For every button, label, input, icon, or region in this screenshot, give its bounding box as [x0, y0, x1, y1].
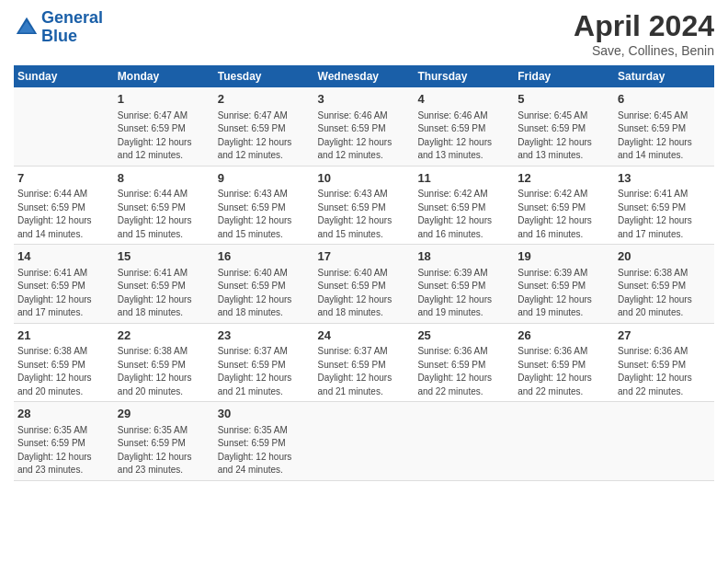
- calendar-cell: 2Sunrise: 6:47 AM Sunset: 6:59 PM Daylig…: [214, 87, 314, 166]
- weekday-header-sunday: Sunday: [14, 65, 114, 87]
- calendar-cell: [614, 402, 714, 481]
- day-info: Sunrise: 6:36 AM Sunset: 6:59 PM Dayligh…: [417, 346, 492, 396]
- day-info: Sunrise: 6:44 AM Sunset: 6:59 PM Dayligh…: [118, 189, 192, 239]
- day-info: Sunrise: 6:41 AM Sunset: 6:59 PM Dayligh…: [618, 189, 692, 239]
- day-info: Sunrise: 6:42 AM Sunset: 6:59 PM Dayligh…: [417, 189, 492, 239]
- weekday-header-tuesday: Tuesday: [214, 65, 314, 87]
- title-block: April 2024 Save, Collines, Benin: [574, 9, 714, 58]
- calendar-cell: [514, 402, 614, 481]
- day-number: 21: [17, 327, 110, 344]
- calendar-cell: 6Sunrise: 6:45 AM Sunset: 6:59 PM Daylig…: [614, 87, 714, 166]
- calendar-cell: 18Sunrise: 6:39 AM Sunset: 6:59 PM Dayli…: [414, 245, 514, 324]
- calendar-week-3: 14Sunrise: 6:41 AM Sunset: 6:59 PM Dayli…: [14, 245, 714, 324]
- calendar-cell: 16Sunrise: 6:40 AM Sunset: 6:59 PM Dayli…: [214, 245, 314, 324]
- day-number: 3: [318, 91, 411, 108]
- day-info: Sunrise: 6:39 AM Sunset: 6:59 PM Dayligh…: [518, 268, 592, 318]
- day-info: Sunrise: 6:38 AM Sunset: 6:59 PM Dayligh…: [118, 346, 192, 396]
- weekday-header-monday: Monday: [114, 65, 214, 87]
- calendar-body: 1Sunrise: 6:47 AM Sunset: 6:59 PM Daylig…: [14, 87, 714, 480]
- day-number: 10: [318, 170, 411, 187]
- day-number: 26: [518, 327, 610, 344]
- calendar-cell: 11Sunrise: 6:42 AM Sunset: 6:59 PM Dayli…: [414, 166, 514, 245]
- calendar-cell: 7Sunrise: 6:44 AM Sunset: 6:59 PM Daylig…: [14, 166, 114, 245]
- day-number: 15: [118, 248, 210, 265]
- calendar-cell: 23Sunrise: 6:37 AM Sunset: 6:59 PM Dayli…: [214, 323, 314, 402]
- calendar-cell: 27Sunrise: 6:36 AM Sunset: 6:59 PM Dayli…: [614, 323, 714, 402]
- day-number: 27: [618, 327, 711, 344]
- logo-text: General Blue: [41, 9, 103, 46]
- calendar-cell: 15Sunrise: 6:41 AM Sunset: 6:59 PM Dayli…: [114, 245, 214, 324]
- day-info: Sunrise: 6:45 AM Sunset: 6:59 PM Dayligh…: [518, 110, 592, 161]
- day-number: 13: [618, 170, 711, 187]
- day-info: Sunrise: 6:43 AM Sunset: 6:59 PM Dayligh…: [218, 189, 292, 239]
- calendar-cell: 22Sunrise: 6:38 AM Sunset: 6:59 PM Dayli…: [114, 323, 214, 402]
- day-number: 2: [218, 91, 311, 108]
- day-number: 14: [17, 248, 110, 265]
- calendar-cell: 10Sunrise: 6:43 AM Sunset: 6:59 PM Dayli…: [314, 166, 415, 245]
- calendar-cell: 12Sunrise: 6:42 AM Sunset: 6:59 PM Dayli…: [514, 166, 614, 245]
- weekday-header-thursday: Thursday: [414, 65, 514, 87]
- day-info: Sunrise: 6:35 AM Sunset: 6:59 PM Dayligh…: [17, 425, 92, 476]
- calendar-cell: 14Sunrise: 6:41 AM Sunset: 6:59 PM Dayli…: [14, 245, 114, 324]
- day-number: 6: [618, 91, 711, 108]
- weekday-header-row: SundayMondayTuesdayWednesdayThursdayFrid…: [14, 65, 714, 87]
- weekday-header-saturday: Saturday: [614, 65, 714, 87]
- calendar-cell: 17Sunrise: 6:40 AM Sunset: 6:59 PM Dayli…: [314, 245, 415, 324]
- calendar-cell: 21Sunrise: 6:38 AM Sunset: 6:59 PM Dayli…: [14, 323, 114, 402]
- page-container: General Blue April 2024 Save, Collines, …: [0, 0, 728, 490]
- calendar-cell: 24Sunrise: 6:37 AM Sunset: 6:59 PM Dayli…: [314, 323, 415, 402]
- day-info: Sunrise: 6:47 AM Sunset: 6:59 PM Dayligh…: [218, 110, 292, 161]
- logo-icon: [14, 15, 40, 40]
- day-info: Sunrise: 6:46 AM Sunset: 6:59 PM Dayligh…: [417, 110, 492, 161]
- calendar-cell: 29Sunrise: 6:35 AM Sunset: 6:59 PM Dayli…: [114, 402, 214, 481]
- day-number: 28: [17, 406, 110, 422]
- calendar-cell: 4Sunrise: 6:46 AM Sunset: 6:59 PM Daylig…: [414, 87, 514, 166]
- day-info: Sunrise: 6:42 AM Sunset: 6:59 PM Dayligh…: [518, 189, 592, 239]
- day-number: 25: [417, 327, 510, 344]
- day-number: 12: [518, 170, 610, 187]
- calendar-week-5: 28Sunrise: 6:35 AM Sunset: 6:59 PM Dayli…: [14, 402, 714, 481]
- day-info: Sunrise: 6:35 AM Sunset: 6:59 PM Dayligh…: [218, 425, 292, 476]
- day-info: Sunrise: 6:43 AM Sunset: 6:59 PM Dayligh…: [318, 189, 392, 239]
- day-number: 8: [118, 170, 210, 187]
- day-number: 29: [118, 406, 210, 422]
- day-number: 17: [318, 248, 411, 265]
- day-number: 20: [618, 248, 711, 265]
- day-info: Sunrise: 6:37 AM Sunset: 6:59 PM Dayligh…: [218, 346, 292, 396]
- calendar-cell: 28Sunrise: 6:35 AM Sunset: 6:59 PM Dayli…: [14, 402, 114, 481]
- calendar-cell: 26Sunrise: 6:36 AM Sunset: 6:59 PM Dayli…: [514, 323, 614, 402]
- day-info: Sunrise: 6:37 AM Sunset: 6:59 PM Dayligh…: [318, 346, 392, 396]
- page-header: General Blue April 2024 Save, Collines, …: [14, 9, 714, 58]
- day-info: Sunrise: 6:40 AM Sunset: 6:59 PM Dayligh…: [318, 268, 392, 318]
- weekday-header-wednesday: Wednesday: [314, 65, 415, 87]
- day-info: Sunrise: 6:38 AM Sunset: 6:59 PM Dayligh…: [17, 346, 92, 396]
- day-number: 1: [118, 91, 210, 108]
- calendar-week-1: 1Sunrise: 6:47 AM Sunset: 6:59 PM Daylig…: [14, 87, 714, 166]
- day-number: 9: [218, 170, 311, 187]
- day-info: Sunrise: 6:38 AM Sunset: 6:59 PM Dayligh…: [618, 268, 692, 318]
- day-number: 24: [318, 327, 411, 344]
- calendar-cell: 8Sunrise: 6:44 AM Sunset: 6:59 PM Daylig…: [114, 166, 214, 245]
- day-number: 16: [218, 248, 311, 265]
- day-number: 22: [118, 327, 210, 344]
- day-info: Sunrise: 6:41 AM Sunset: 6:59 PM Dayligh…: [118, 268, 192, 318]
- calendar-cell: [314, 402, 415, 481]
- calendar-cell: 20Sunrise: 6:38 AM Sunset: 6:59 PM Dayli…: [614, 245, 714, 324]
- weekday-header-friday: Friday: [514, 65, 614, 87]
- day-number: 18: [417, 248, 510, 265]
- calendar-table: SundayMondayTuesdayWednesdayThursdayFrid…: [14, 65, 714, 481]
- day-info: Sunrise: 6:45 AM Sunset: 6:59 PM Dayligh…: [618, 110, 692, 161]
- day-number: 7: [17, 170, 110, 187]
- month-title: April 2024: [574, 9, 714, 43]
- location: Save, Collines, Benin: [574, 43, 714, 58]
- day-number: 19: [518, 248, 610, 265]
- calendar-cell: 3Sunrise: 6:46 AM Sunset: 6:59 PM Daylig…: [314, 87, 415, 166]
- logo-line1: General: [41, 8, 103, 27]
- day-info: Sunrise: 6:40 AM Sunset: 6:59 PM Dayligh…: [218, 268, 292, 318]
- day-number: 30: [218, 406, 311, 422]
- day-info: Sunrise: 6:35 AM Sunset: 6:59 PM Dayligh…: [118, 425, 192, 476]
- day-number: 5: [518, 91, 610, 108]
- calendar-week-2: 7Sunrise: 6:44 AM Sunset: 6:59 PM Daylig…: [14, 166, 714, 245]
- day-info: Sunrise: 6:36 AM Sunset: 6:59 PM Dayligh…: [618, 346, 692, 396]
- day-number: 11: [417, 170, 510, 187]
